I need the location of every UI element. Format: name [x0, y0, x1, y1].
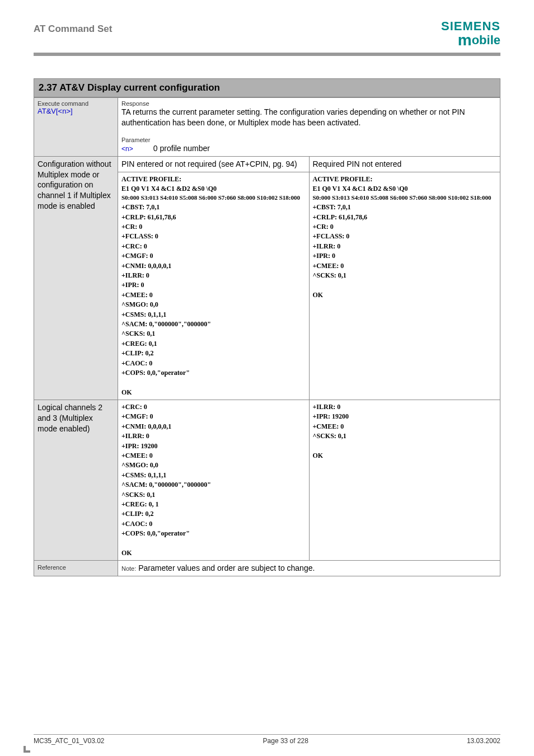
pin-required-header: Required PIN not entered	[309, 156, 500, 172]
lc-left-list: +CRC: 0+CMGF: 0+CNMI: 0,0,0,0,1+ILRR: 0+…	[121, 402, 306, 558]
response-cell: Response TA returns the current paramete…	[118, 98, 500, 157]
reference-cell: Reference	[34, 561, 118, 576]
parameter-label: Parameter	[121, 137, 496, 143]
lc-right-list: +ILRR: 0+IPR: 19200+CMEE: 0^SCKS: 0,1 OK	[313, 402, 497, 461]
footer-center: Page 33 of 228	[263, 737, 308, 745]
exec-command-label: Execute command	[38, 100, 114, 107]
exec-command-value: AT&V[<n>]	[38, 107, 73, 115]
pin-required-text: Required PIN not entered	[313, 159, 402, 168]
corner-mark-icon	[24, 746, 30, 753]
note-label: Note:	[121, 565, 136, 572]
param-value: 0 profile number	[153, 144, 210, 153]
lc-left-cell: +CRC: 0+CMGF: 0+CNMI: 0,0,0,0,1+ILRR: 0+…	[118, 400, 310, 561]
note-cell: Note: Parameter values and order are sub…	[118, 561, 500, 576]
lc-right-cell: +ILRR: 0+IPR: 19200+CMEE: 0^SCKS: 0,1 OK	[309, 400, 500, 561]
config-left-cell: Configuration without Multiplex mode or …	[34, 156, 118, 400]
response-text: TA returns the current parameter setting…	[121, 107, 496, 128]
profile-right-cell: ACTIVE PROFILE:E1 Q0 V1 X4 &C1 &D2 &S0 \…	[309, 172, 500, 400]
page-footer: MC35_ATC_01_V03.02 Page 33 of 228 13.03.…	[34, 734, 500, 745]
siemens-logo: SIEMENS mobile	[441, 20, 500, 48]
profile-left-cell: ACTIVE PROFILE:E1 Q0 V1 X4 &C1 &D2 &S0 \…	[118, 172, 310, 400]
logical-channels-text: Logical channels 2 and 3 (Multiplex mode…	[38, 403, 102, 433]
pin-entered-text: PIN entered or not required (see AT+CPIN…	[121, 159, 297, 168]
note-text: Parameter values and order are subject t…	[136, 564, 315, 572]
response-label: Response	[121, 100, 496, 107]
profile-right-list: ACTIVE PROFILE:E1 Q0 V1 X4 &C1 &D2 &S0 \…	[313, 175, 497, 300]
doc-title: AT Command Set	[34, 20, 112, 35]
footer-left: MC35_ATC_01_V03.02	[34, 737, 105, 745]
section-title: 2.37 AT&V Display current configuration	[34, 78, 500, 97]
logo-top: SIEMENS	[441, 20, 500, 32]
reference-label: Reference	[38, 564, 66, 571]
page-header: AT Command Set SIEMENS mobile	[34, 20, 500, 56]
logo-bottom: mobile	[441, 32, 500, 48]
footer-right: 13.03.2002	[467, 737, 500, 745]
config-table: Execute command AT&V[<n>] Response TA re…	[34, 97, 500, 576]
exec-command-cell: Execute command AT&V[<n>]	[34, 98, 118, 157]
config-left-text: Configuration without Multiplex mode or …	[38, 159, 111, 211]
param-n: <n>	[121, 145, 133, 153]
pin-entered-header: PIN entered or not required (see AT+CPIN…	[118, 156, 310, 172]
logical-channels-cell: Logical channels 2 and 3 (Multiplex mode…	[34, 400, 118, 561]
profile-left-list: ACTIVE PROFILE:E1 Q0 V1 X4 &C1 &D2 &S0 \…	[121, 175, 306, 398]
